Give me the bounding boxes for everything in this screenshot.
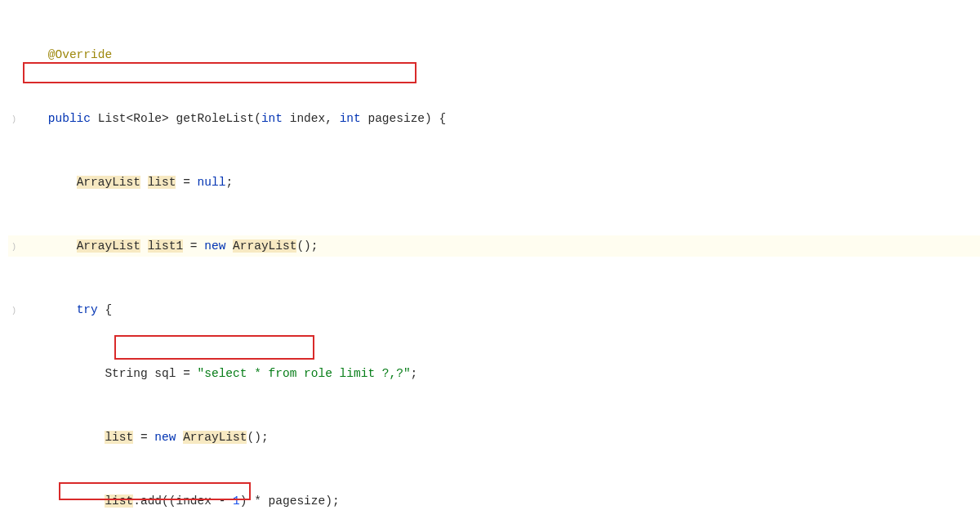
code-line: ) try { <box>8 299 980 320</box>
code-line-highlighted: ) ArrayList list1 = new ArrayList(); <box>8 235 980 257</box>
code-line: ) public List<Role> getRoleList(int inde… <box>8 108 980 129</box>
code-editor[interactable]: @Override ) public List<Role> getRoleLis… <box>0 0 980 528</box>
annotation-box <box>114 335 314 360</box>
code-line: String sql = "select * from role limit ?… <box>8 363 980 384</box>
code-line: list = new ArrayList(); <box>8 427 980 448</box>
keyword-public: public <box>48 112 91 125</box>
code-line: list.add((index - 1) * pagesize); <box>8 490 980 512</box>
code-line: ArrayList list = null; <box>8 172 980 193</box>
code-line: @Override <box>8 44 980 65</box>
annotation: @Override <box>48 48 112 61</box>
